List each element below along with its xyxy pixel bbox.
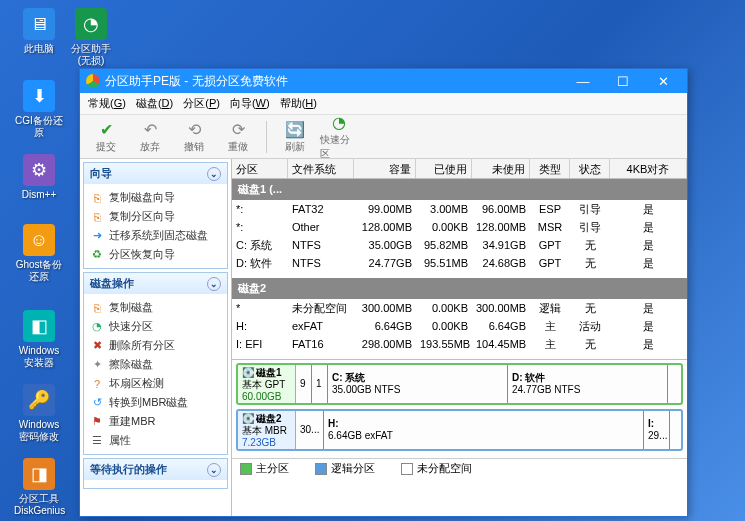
disk-map[interactable]: 💽磁盘2基本 MBR7.23GB30...H:6.64GB exFATI:29.… [236, 409, 683, 451]
apply-button[interactable]: ✔提交 [86, 118, 126, 156]
sidebar-panel: 向导⌄⎘复制磁盘向导⎘复制分区向导➜迁移系统到固态磁盘♻分区恢复向导 [83, 162, 228, 269]
desktop-icon-label: Windows密码修改 [14, 419, 64, 443]
sidebar-item-label: 复制磁盘向导 [109, 190, 175, 205]
table-row[interactable]: *:Other128.00MB0.00KB128.00MBMSR引导是 [232, 218, 687, 236]
disk-group-header[interactable]: 磁盘1 (... [232, 179, 687, 200]
sidebar-item[interactable]: ?坏扇区检测 [86, 374, 225, 393]
column-header-cell[interactable]: 类型 [530, 159, 570, 178]
sidebar-item-icon: ➜ [90, 229, 104, 243]
quick-partition-button[interactable]: ◔快速分区 [319, 118, 359, 156]
partition-segment[interactable]: D: 软件24.77GB NTFS [508, 365, 668, 403]
desktop-icon[interactable]: 🔑Windows密码修改 [14, 384, 64, 443]
sidebar-item[interactable]: ⎘复制磁盘 [86, 298, 225, 317]
table-cell: 300.00MB [472, 301, 530, 315]
table-cell: NTFS [288, 256, 354, 270]
desktop-icon[interactable]: ◨分区工具DiskGenius [14, 458, 64, 517]
discard-button[interactable]: ↶放弃 [130, 118, 170, 156]
sidebar-item[interactable]: ◔快速分区 [86, 317, 225, 336]
menu-d[interactable]: 磁盘(D) [136, 96, 173, 111]
desktop-icon[interactable]: 🖥此电脑 [14, 8, 64, 55]
maximize-button[interactable]: ☐ [603, 71, 643, 91]
table-cell: 6.64GB [354, 319, 416, 333]
sidebar-item-icon: ⎘ [90, 210, 104, 224]
column-header-cell[interactable]: 状态 [570, 159, 610, 178]
minimize-button[interactable]: — [563, 71, 603, 91]
segment-info: 29... [648, 430, 665, 442]
column-header-cell[interactable]: 未使用 [472, 159, 530, 178]
sidebar-item[interactable]: ⎘复制分区向导 [86, 207, 225, 226]
disk-icon: 💽 [242, 367, 254, 379]
partition-segment[interactable]: I:29... [644, 411, 670, 449]
desktop-icon[interactable]: ⚙Dism++ [14, 154, 64, 201]
table-cell: 34.91GB [472, 238, 530, 252]
sidebar-item[interactable]: ↺转换到MBR磁盘 [86, 393, 225, 412]
menu-p[interactable]: 分区(P) [183, 96, 220, 111]
column-header-cell[interactable]: 分区 [232, 159, 288, 178]
desktop-icon[interactable]: ☺Ghost备份还原 [14, 224, 64, 283]
desktop-icon[interactable]: ◔分区助手(无损) [66, 8, 116, 67]
close-button[interactable]: ✕ [643, 71, 683, 91]
partition-segment[interactable]: C: 系统35.00GB NTFS [328, 365, 508, 403]
sidebar-item-icon: ☰ [90, 434, 104, 448]
panel-header[interactable]: 等待执行的操作⌄ [84, 459, 227, 480]
undo-button[interactable]: ⟲撤销 [174, 118, 214, 156]
desktop-icon[interactable]: ◧Windows安装器 [14, 310, 64, 369]
table-row[interactable]: I: EFIFAT16298.00MB193.55MB104.45MB主无是 [232, 335, 687, 353]
desktop-icon[interactable]: ⬇CGI备份还原 [14, 80, 64, 139]
sidebar-item[interactable]: ☰属性 [86, 431, 225, 450]
column-header-cell[interactable]: 4KB对齐 [610, 159, 687, 178]
sidebar-item[interactable]: ✖删除所有分区 [86, 336, 225, 355]
sidebar-item-icon: ✖ [90, 339, 104, 353]
column-header-cell[interactable]: 容量 [354, 159, 416, 178]
table-cell: 104.45MB [472, 337, 530, 351]
table-cell: 3.00MB [416, 202, 472, 216]
toolbar-separator [266, 121, 267, 153]
menu-h[interactable]: 帮助(H) [280, 96, 317, 111]
table-row[interactable]: C: 系统NTFS35.00GB95.82MB34.91GBGPT无是 [232, 236, 687, 254]
column-header-cell[interactable]: 文件系统 [288, 159, 354, 178]
desktop-icon-label: Windows安装器 [14, 345, 64, 369]
sidebar-panel: 磁盘操作⌄⎘复制磁盘◔快速分区✖删除所有分区✦擦除磁盘?坏扇区检测↺转换到MBR… [83, 272, 228, 455]
table-cell: 96.00MB [472, 202, 530, 216]
table-cell: 95.51MB [416, 256, 472, 270]
partition-segment[interactable]: 30... [296, 411, 324, 449]
table-cell: 0.00KB [416, 301, 472, 315]
disk-group-header[interactable]: 磁盘2 [232, 278, 687, 299]
titlebar[interactable]: 分区助手PE版 - 无损分区免费软件 — ☐ ✕ [80, 69, 687, 93]
disk-map-label: 💽磁盘2基本 MBR7.23GB [238, 411, 296, 449]
refresh-button[interactable]: 🔄刷新 [275, 118, 315, 156]
table-cell: 引导 [570, 219, 610, 236]
partition-segment[interactable]: 9 [296, 365, 312, 403]
table-row[interactable]: *:FAT3299.00MB3.00MB96.00MBESP引导是 [232, 200, 687, 218]
table-row[interactable]: *未分配空间300.00MB0.00KB300.00MB逻辑无是 [232, 299, 687, 317]
column-header: 分区文件系统容量已使用未使用类型状态4KB对齐 [232, 159, 687, 179]
redo-button[interactable]: ⟳重做 [218, 118, 258, 156]
disk-name: 磁盘2 [256, 413, 282, 425]
panel-header[interactable]: 磁盘操作⌄ [84, 273, 227, 294]
sidebar-item[interactable]: ⎘复制磁盘向导 [86, 188, 225, 207]
sidebar-item[interactable]: ✦擦除磁盘 [86, 355, 225, 374]
disk-map[interactable]: 💽磁盘1基本 GPT60.00GB91C: 系统35.00GB NTFSD: 软… [236, 363, 683, 405]
sidebar-item[interactable]: ⚑重建MBR [86, 412, 225, 431]
panel-header[interactable]: 向导⌄ [84, 163, 227, 184]
legend-label: 主分区 [256, 462, 289, 474]
desktop-app-icon: ☺ [23, 224, 55, 256]
table-row[interactable]: D: 软件NTFS24.77GB95.51MB24.68GBGPT无是 [232, 254, 687, 272]
segment-name: H: [328, 418, 639, 430]
sidebar-item[interactable]: ➜迁移系统到固态磁盘 [86, 226, 225, 245]
desktop-icon-label: 分区工具DiskGenius [14, 493, 64, 517]
panel-title: 磁盘操作 [90, 276, 134, 291]
partition-segment[interactable]: H:6.64GB exFAT [324, 411, 644, 449]
table-cell: exFAT [288, 319, 354, 333]
table-cell: 193.55MB [416, 337, 472, 351]
table-cell: 主 [530, 336, 570, 353]
partition-segment[interactable]: 1 [312, 365, 328, 403]
menu-w[interactable]: 向导(W) [230, 96, 270, 111]
table-cell: MSR [530, 220, 570, 234]
table-row[interactable]: H:exFAT6.64GB0.00KB6.64GB主活动是 [232, 317, 687, 335]
table-cell: 0.00KB [416, 220, 472, 234]
menu-g[interactable]: 常规(G) [88, 96, 126, 111]
sidebar-item[interactable]: ♻分区恢复向导 [86, 245, 225, 264]
sidebar-item-label: 坏扇区检测 [109, 376, 164, 391]
column-header-cell[interactable]: 已使用 [416, 159, 472, 178]
